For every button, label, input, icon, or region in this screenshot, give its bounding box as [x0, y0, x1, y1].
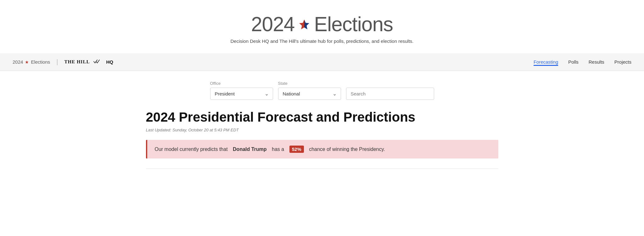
nav-brand: 2024 ★ Elections	[13, 59, 50, 65]
nav-bar: 2024 ★ Elections | THE HILL HQ Forecasti…	[0, 53, 644, 71]
state-select-wrapper[interactable]: National Alabama Alaska Arizona Californ…	[278, 88, 341, 100]
nav-brand-year: 2024	[13, 59, 23, 65]
hero-star-icon	[298, 18, 310, 30]
nav-logos: THE HILL HQ	[64, 59, 113, 66]
office-select[interactable]: President Senate House Governor	[210, 88, 273, 100]
nav-item-projects[interactable]: Projects	[614, 58, 631, 66]
prediction-suffix: chance of winning the Presidency.	[309, 147, 385, 152]
nav-brand-suffix: Elections	[31, 59, 50, 65]
nav-item-results[interactable]: Results	[589, 58, 604, 66]
page-title: 2024 Presidential Forecast and Predictio…	[146, 110, 498, 124]
the-hill-logo: THE HILL	[64, 59, 90, 65]
hero-year: 2024	[251, 13, 294, 36]
state-filter-group: State National Alabama Alaska Arizona Ca…	[278, 81, 341, 100]
hero-title: 2024 Elections	[6, 13, 638, 36]
office-filter-group: Office President Senate House Governor	[210, 81, 273, 100]
nav-item-polls[interactable]: Polls	[568, 58, 579, 66]
ddhq-check-icon	[93, 59, 102, 64]
state-label: State	[278, 81, 341, 86]
prediction-percent-badge: 52%	[289, 146, 304, 153]
nav-brand-star: ★	[25, 60, 29, 65]
prediction-middle: has a	[272, 147, 284, 152]
prediction-prefix: Our model currently predicts that	[155, 147, 228, 152]
hero-section: 2024 Elections Decision Desk HQ and The …	[0, 0, 644, 53]
hero-elections: Elections	[314, 13, 393, 36]
nav-right: Forecasting Polls Results Projects	[534, 58, 631, 66]
bottom-divider	[146, 169, 498, 169]
nav-item-forecasting[interactable]: Forecasting	[534, 58, 558, 66]
last-updated: Last Updated: Sunday, October 20 at 5:43…	[146, 128, 498, 132]
nav-divider: |	[56, 58, 58, 66]
state-select[interactable]: National Alabama Alaska Arizona Californ…	[278, 88, 341, 100]
prediction-banner: Our model currently predicts that Donald…	[146, 140, 498, 158]
office-select-wrapper[interactable]: President Senate House Governor	[210, 88, 273, 100]
ddhq-logo-text: HQ	[106, 59, 113, 65]
search-filter-group	[346, 88, 434, 100]
search-input[interactable]	[346, 88, 434, 100]
office-label: Office	[210, 81, 273, 86]
prediction-name: Donald Trump	[233, 147, 267, 152]
main-content: Office President Senate House Governor S…	[133, 71, 511, 179]
hero-subtitle: Decision Desk HQ and The Hill's ultimate…	[6, 38, 638, 44]
filters-row: Office President Senate House Governor S…	[146, 81, 498, 100]
nav-left: 2024 ★ Elections | THE HILL HQ	[13, 58, 113, 66]
